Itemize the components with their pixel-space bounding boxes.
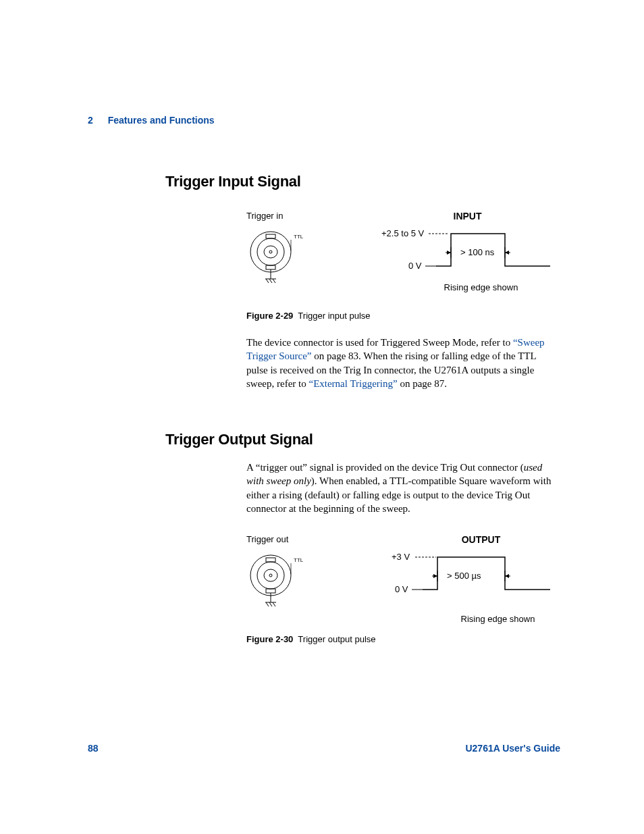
figure-pulse-input: INPUT +2.5 to 5 V 0 V > 100 ns	[378, 211, 557, 292]
page-footer: 88 U2761A User's Guide	[88, 743, 560, 754]
chapter-number: 2	[88, 115, 93, 126]
figure-2-30-row: Trigger out TTL OU	[246, 534, 557, 615]
section-title-trigger-input: Trigger Input Signal	[165, 173, 560, 190]
figure-pulse-output: OUTPUT +3 V 0 V > 500 µs Rising edge sho…	[378, 534, 557, 615]
width-label-input: > 100 ns	[460, 247, 495, 257]
svg-point-22	[264, 569, 277, 581]
external-triggering-link[interactable]: “External Triggering”	[308, 378, 397, 389]
svg-marker-17	[505, 251, 509, 255]
low-level-label-out: 0 V	[395, 584, 408, 594]
ttl-label: TTL	[294, 234, 304, 240]
high-level-label: +2.5 to 5 V	[381, 228, 425, 238]
svg-point-1	[257, 238, 284, 265]
svg-marker-37	[505, 574, 509, 578]
svg-point-3	[269, 251, 272, 253]
high-level-label-out: +3 V	[392, 552, 410, 562]
edge-caption-output: Rising edge shown	[439, 614, 557, 624]
pulse-title-input: INPUT	[378, 211, 557, 221]
svg-line-10	[273, 279, 275, 283]
edge-caption-input: Rising edge shown	[405, 282, 557, 292]
figure-bnc-trigger-out: Trigger out TTL	[246, 534, 354, 612]
svg-marker-15	[447, 251, 451, 255]
figure-2-29-caption: Figure 2-29 Trigger input pulse	[246, 311, 557, 321]
trigger-out-label: Trigger out	[246, 534, 354, 544]
svg-point-20	[250, 555, 291, 596]
trigger-in-label: Trigger in	[246, 211, 354, 221]
low-level-label: 0 V	[408, 261, 422, 271]
pulse-diagram-input-icon: +2.5 to 5 V 0 V > 100 ns	[378, 221, 557, 276]
figure-2-29-row: Trigger in TTL INP	[246, 211, 557, 292]
svg-line-8	[266, 279, 269, 283]
chapter-title: Features and Functions	[108, 115, 215, 126]
svg-point-23	[269, 574, 272, 577]
figure-2-29-text: Trigger input pulse	[298, 311, 370, 321]
guide-title: U2761A User's Guide	[465, 743, 560, 754]
svg-line-9	[269, 279, 272, 283]
svg-rect-4	[266, 234, 275, 238]
pulse-diagram-output-icon: +3 V 0 V > 500 µs	[378, 545, 557, 599]
width-label-output: > 500 µs	[447, 571, 481, 581]
bnc-connector-icon: TTL	[246, 225, 307, 286]
s1-text-pre: The device connector is used for Trigger…	[246, 337, 513, 348]
s1-text-post: on page 87.	[398, 378, 447, 389]
svg-line-29	[269, 602, 272, 606]
figure-2-30-caption: Figure 2-30 Trigger output pulse	[246, 634, 557, 644]
bnc-connector-out-icon: TTL	[246, 548, 307, 609]
svg-point-2	[264, 246, 277, 258]
ttl-label-out: TTL	[294, 557, 304, 563]
svg-rect-25	[266, 589, 275, 593]
figure-2-29-num: Figure 2-29	[246, 311, 293, 321]
figure-2-30-num: Figure 2-30	[246, 634, 293, 644]
section1-paragraph: The device connector is used for Trigger…	[246, 336, 557, 390]
svg-marker-35	[433, 574, 437, 578]
page-number: 88	[88, 743, 99, 754]
svg-point-0	[250, 232, 291, 272]
section-title-trigger-output: Trigger Output Signal	[165, 431, 560, 448]
figure-2-30-text: Trigger output pulse	[298, 634, 375, 644]
s2-text-pre: A “trigger out” signal is provided on th…	[246, 462, 524, 473]
svg-rect-24	[266, 558, 275, 562]
svg-point-21	[257, 562, 284, 589]
figure-bnc-trigger-in: Trigger in TTL	[246, 211, 354, 288]
pulse-title-output: OUTPUT	[405, 534, 557, 545]
section2-paragraph: A “trigger out” signal is provided on th…	[246, 461, 557, 515]
svg-line-28	[266, 602, 269, 606]
svg-line-30	[273, 602, 275, 606]
chapter-header: 2 Features and Functions	[88, 115, 560, 126]
svg-rect-5	[266, 265, 275, 269]
